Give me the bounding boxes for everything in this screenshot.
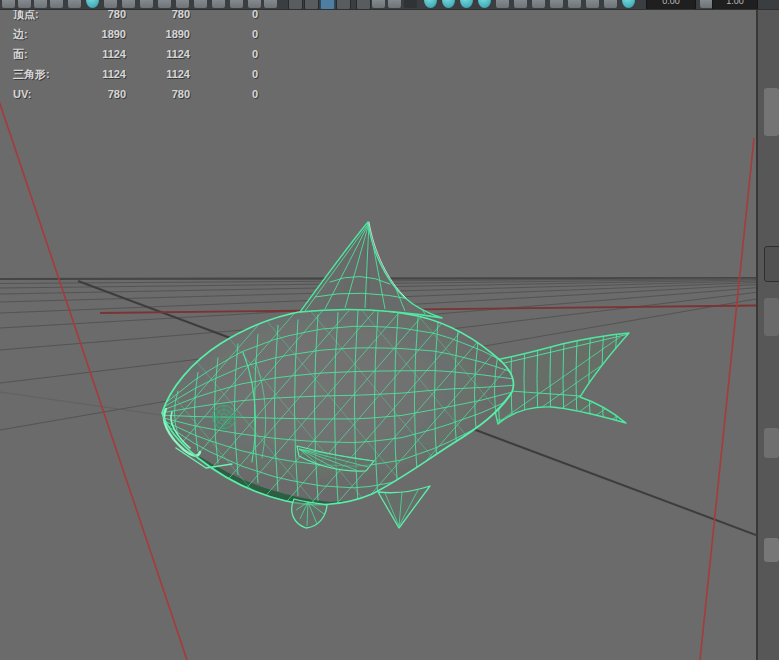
hud-count-3: 0	[190, 44, 258, 64]
tool-icon[interactable]	[18, 0, 31, 8]
tool-icon[interactable]	[496, 0, 509, 8]
right-panel-strip[interactable]	[756, 0, 779, 660]
tool-icon[interactable]	[550, 0, 563, 8]
hud-row-label: 三角形:	[0, 64, 95, 84]
panel-scroll-thumb[interactable]	[764, 298, 779, 336]
render-sphere-icon[interactable]	[442, 0, 455, 8]
snap-grid-icon[interactable]	[288, 0, 303, 10]
hud-count-1: 780	[95, 84, 126, 104]
snap-curve-icon[interactable]	[304, 0, 319, 10]
poly-count-hud: 顶点:7807800边:189018900面:112411240三角形:1124…	[0, 4, 258, 104]
hud-count-1: 1890	[95, 24, 126, 44]
cursor-icon[interactable]	[248, 0, 261, 8]
anal-fin	[378, 486, 430, 528]
magnifier-icon[interactable]	[212, 0, 225, 8]
tool-icon[interactable]	[176, 0, 189, 8]
hud-count-1: 1124	[95, 44, 126, 64]
sphere-icon[interactable]	[622, 0, 635, 8]
fish-wireframe-mesh[interactable]	[60, 222, 756, 536]
render-sphere-icon[interactable]	[424, 0, 437, 8]
hud-row-label: UV:	[0, 84, 95, 104]
panel-scroll-thumb[interactable]	[764, 538, 779, 562]
tool-icon[interactable]	[230, 0, 243, 8]
hud-count-2: 1890	[126, 24, 190, 44]
hud-count-2: 1124	[126, 44, 190, 64]
tool-icon[interactable]	[104, 0, 117, 8]
tool-icon[interactable]	[140, 0, 153, 8]
hud-count-3: 0	[190, 64, 258, 84]
history-icon[interactable]	[404, 0, 417, 8]
panel-scroll-thumb[interactable]	[764, 428, 779, 458]
hud-row-1: 边:189018900	[0, 24, 258, 44]
tool-icon[interactable]	[122, 0, 135, 8]
numeric-field-1[interactable]: 0.00	[646, 0, 696, 10]
hud-row-3: 三角形:112411240	[0, 64, 258, 84]
render-sphere-icon[interactable]	[478, 0, 491, 8]
hud-count-3: 0	[190, 84, 258, 104]
maya-application-window: 0.001.00 顶点:7807800边:189018900面:11241124…	[0, 0, 779, 660]
snap-view-icon[interactable]	[356, 0, 371, 10]
sphere-icon[interactable]	[86, 0, 99, 8]
snap-plane-icon[interactable]	[336, 0, 351, 10]
hud-count-2: 1124	[126, 64, 190, 84]
hud-row-4: UV:7807800	[0, 84, 258, 104]
tool-icon[interactable]	[158, 0, 171, 8]
panel-scroll-thumb[interactable]	[764, 88, 779, 136]
tool-icon[interactable]	[388, 0, 401, 8]
tool-icon[interactable]	[532, 0, 545, 8]
hud-row-label: 面:	[0, 44, 95, 64]
hud-count-3: 0	[190, 24, 258, 44]
hud-count-2: 780	[126, 84, 190, 104]
snap-point-icon-active[interactable]	[320, 0, 335, 10]
tool-icon[interactable]	[586, 0, 599, 8]
tool-icon[interactable]	[68, 0, 81, 8]
tool-icon[interactable]	[514, 0, 527, 8]
tool-icon[interactable]	[264, 0, 277, 8]
tool-icon[interactable]	[372, 0, 385, 8]
tool-icon[interactable]	[34, 0, 47, 8]
tool-icon[interactable]	[194, 0, 207, 8]
render-sphere-icon[interactable]	[460, 0, 473, 8]
tool-icon[interactable]	[568, 0, 581, 8]
tool-icon[interactable]	[50, 0, 63, 8]
tool-icon[interactable]	[604, 0, 617, 8]
status-line-toolbar: 0.001.00	[0, 0, 779, 10]
tool-icon[interactable]	[2, 0, 15, 8]
hud-count-1: 1124	[95, 64, 126, 84]
hud-row-label: 边:	[0, 24, 95, 44]
hud-row-2: 面:112411240	[0, 44, 258, 64]
numeric-field-2[interactable]: 1.00	[712, 0, 758, 10]
panel-scroll-thumb[interactable]	[764, 246, 779, 282]
